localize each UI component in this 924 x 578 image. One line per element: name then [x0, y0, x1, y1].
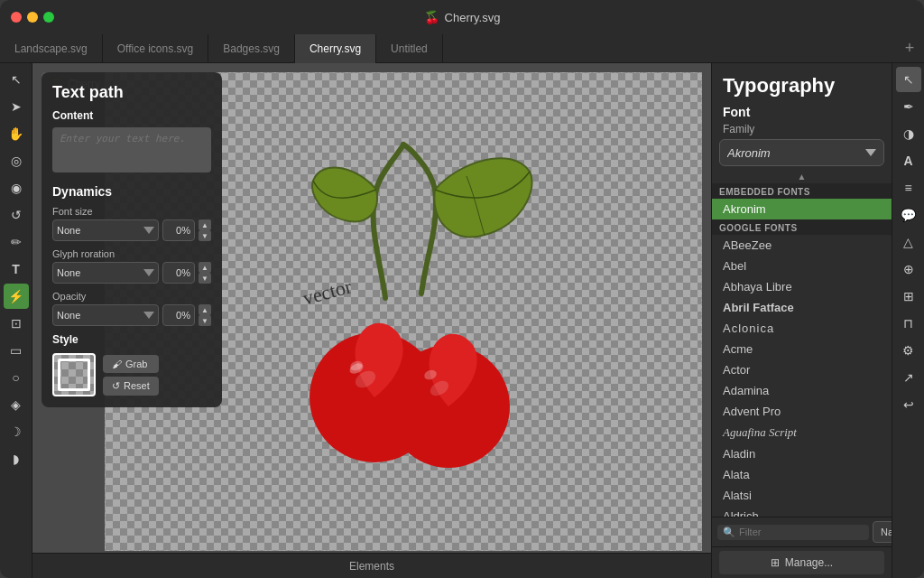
tool-arrow[interactable]: ➤: [4, 94, 29, 119]
tabs-bar: Landscape.svg Office icons.svg Badges.sv…: [0, 34, 924, 63]
far-tool-font[interactable]: A: [896, 148, 921, 173]
far-tool-cursor[interactable]: ↖: [896, 67, 921, 92]
opacity-down[interactable]: ▼: [199, 315, 211, 326]
opacity-label: Opacity: [52, 291, 211, 302]
glyph-rotation-stepper: ▲ ▼: [199, 262, 211, 284]
tool-node[interactable]: ◎: [4, 148, 29, 173]
tool-textpath[interactable]: ⚡: [4, 284, 29, 309]
far-tool-plus[interactable]: ⊕: [896, 256, 921, 282]
glyph-rotation-up[interactable]: ▲: [199, 262, 211, 273]
grab-button[interactable]: 🖌 Grab: [103, 355, 159, 373]
tool-rect[interactable]: ▭: [4, 338, 29, 363]
content-input[interactable]: [52, 127, 211, 172]
tab-landscape[interactable]: Landscape.svg: [0, 34, 103, 63]
tool-hand[interactable]: ✋: [4, 121, 29, 146]
filter-input[interactable]: [739, 527, 864, 537]
style-preview-inner: [58, 359, 90, 391]
canvas-area[interactable]: 🍒 Cherry A Text: [32, 63, 711, 578]
font-size-control: Font size None ▲ ▼: [52, 206, 211, 241]
font-label: Font: [712, 105, 892, 123]
font-item-abhaya[interactable]: Abhaya Libre: [712, 276, 892, 297]
font-size-up[interactable]: ▲: [199, 219, 211, 230]
font-item-aladin[interactable]: Aladin: [712, 443, 892, 464]
font-item-aguafina[interactable]: Aguafina Script: [712, 422, 892, 443]
maximize-button[interactable]: [43, 12, 54, 23]
font-size-percent[interactable]: [162, 219, 195, 241]
far-tool-pen[interactable]: ✒: [896, 94, 921, 119]
tool-moon[interactable]: ☽: [4, 419, 29, 444]
typography-panel: Typography Font Family Akronim ▲ EMBEDDE…: [711, 63, 892, 578]
dynamics-label: Dynamics: [52, 184, 211, 199]
tab-cherry[interactable]: Cherry.svg: [295, 34, 376, 63]
reset-icon: ↺: [112, 380, 120, 392]
dropdown-arrow: ▲: [712, 172, 892, 182]
font-item-abril[interactable]: Abril Fatface: [712, 297, 892, 318]
glyph-rotation-down[interactable]: ▼: [199, 273, 211, 284]
bottom-bar: Elements: [32, 553, 711, 578]
style-preview: [52, 353, 96, 396]
font-item-alata[interactable]: Alata: [712, 464, 892, 485]
search-icon: 🔍: [723, 527, 735, 538]
tool-crop[interactable]: ⊡: [4, 311, 29, 336]
style-label: Style: [52, 333, 211, 346]
tab-badges[interactable]: Badges.svg: [208, 34, 295, 63]
font-size-select[interactable]: None: [52, 219, 159, 241]
cherry-svg: vector: [259, 117, 548, 506]
font-item-aclonica[interactable]: Aclonica: [712, 318, 892, 339]
family-select-row: Akronim: [712, 139, 892, 166]
far-tool-undo[interactable]: ↩: [896, 392, 921, 417]
cherry-icon: 🍒: [424, 10, 439, 24]
style-section: Style 🖌 Grab ↺ Reset: [52, 333, 211, 396]
glyph-rotation-label: Glyph roration: [52, 248, 211, 259]
font-list[interactable]: EMBEDDED FONTS Akronim GOOGLE FONTS ABee…: [712, 183, 892, 517]
font-item-abeezee[interactable]: ABeeZee: [712, 235, 892, 256]
font-item-acme[interactable]: Acme: [712, 339, 892, 359]
font-item-actor[interactable]: Actor: [712, 359, 892, 380]
glyph-rotation-percent[interactable]: [162, 262, 195, 284]
close-button[interactable]: [11, 12, 22, 23]
svg-text:vector: vector: [300, 275, 355, 310]
panel-title: Text path: [52, 83, 211, 102]
textpath-panel: Text path Content Dynamics Font size Non…: [42, 72, 222, 407]
font-item-alatsi[interactable]: Alatsi: [712, 485, 892, 506]
opacity-select[interactable]: None: [52, 304, 159, 326]
tool-multinode[interactable]: ◉: [4, 175, 29, 200]
opacity-up[interactable]: ▲: [199, 304, 211, 315]
far-tool-contrast[interactable]: ◑: [896, 121, 921, 146]
font-item-aldrich[interactable]: Aldrich: [712, 506, 892, 517]
tab-untitled[interactable]: Untitled: [376, 34, 443, 63]
far-tool-external[interactable]: ↗: [896, 365, 921, 390]
tool-arc[interactable]: ◗: [4, 446, 29, 471]
far-tool-grid[interactable]: ⊞: [896, 284, 921, 309]
tool-text[interactable]: T: [4, 256, 29, 282]
font-item-adamina[interactable]: Adamina: [712, 380, 892, 401]
family-select[interactable]: Akronim: [719, 139, 884, 166]
glyph-rotation-select[interactable]: None: [52, 262, 159, 284]
tool-rotate[interactable]: ↺: [4, 202, 29, 228]
reset-button[interactable]: ↺ Reset: [103, 377, 159, 396]
far-tool-chat[interactable]: 💬: [896, 202, 921, 228]
font-size-down[interactable]: ▼: [199, 230, 211, 241]
grab-icon: 🖌: [112, 359, 122, 369]
minimize-button[interactable]: [27, 12, 38, 23]
far-tool-triangle[interactable]: △: [896, 229, 921, 255]
far-tool-gear[interactable]: ⚙: [896, 338, 921, 363]
grid-icon: ⊞: [771, 556, 780, 569]
font-item-abel[interactable]: Abel: [712, 256, 892, 276]
font-item-akronim[interactable]: Akronim: [712, 199, 892, 219]
add-tab-button[interactable]: +: [895, 34, 924, 63]
manage-button[interactable]: ⊞ Manage...: [719, 551, 884, 574]
tool-ellipse[interactable]: ○: [4, 365, 29, 390]
font-size-label: Font size: [52, 206, 211, 217]
far-tool-align[interactable]: ≡: [896, 175, 921, 200]
far-tool-building[interactable]: ⊓: [896, 311, 921, 336]
opacity-control: Opacity None ▲ ▼: [52, 291, 211, 326]
tab-office[interactable]: Office icons.svg: [103, 34, 208, 63]
opacity-percent[interactable]: [162, 304, 195, 326]
font-item-advent-pro[interactable]: Advent Pro: [712, 401, 892, 422]
content-label: Content: [52, 109, 211, 122]
tool-eye[interactable]: ◈: [4, 392, 29, 417]
tool-pencil[interactable]: ✏: [4, 229, 29, 255]
typography-title: Typography: [712, 63, 892, 105]
tool-select[interactable]: ↖: [4, 67, 29, 92]
